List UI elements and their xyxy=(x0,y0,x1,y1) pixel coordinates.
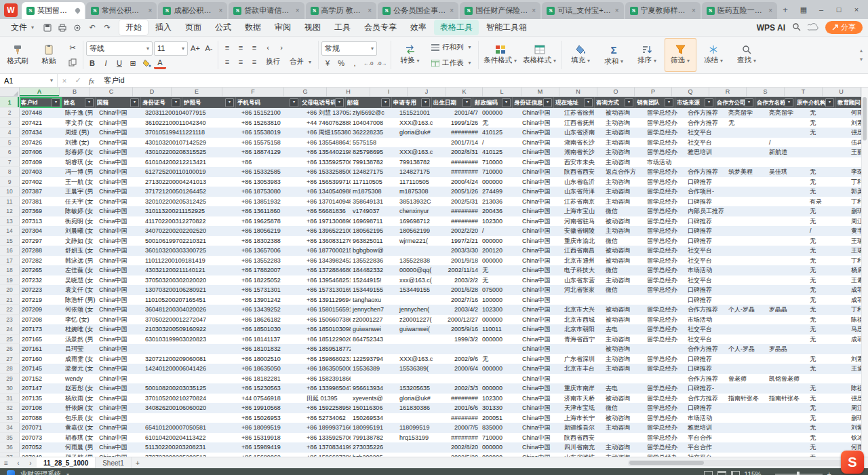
row-number[interactable]: 11 xyxy=(0,197,20,207)
menu-tab[interactable]: 视图 xyxy=(298,20,327,35)
cell[interactable] xyxy=(397,246,438,256)
cell[interactable]: 无 xyxy=(808,394,849,404)
cell[interactable]: 北京市丰台 xyxy=(562,364,604,374)
cell[interactable]: China中国 xyxy=(520,197,562,207)
paste-button[interactable]: 粘贴 xyxy=(34,38,64,72)
cell[interactable]: 207387 xyxy=(20,187,63,197)
cell[interactable]: China中国 xyxy=(97,147,143,157)
cell[interactable]: +86 刘慧 137052 xyxy=(304,108,351,118)
cell[interactable]: 王晨宇 (男 xyxy=(63,187,97,197)
cell[interactable]: 710000 xyxy=(480,157,520,168)
cell[interactable]: 835000 xyxy=(480,423,520,433)
column-header[interactable]: B xyxy=(60,88,90,96)
cell[interactable]: 口碑推荐 xyxy=(686,403,726,413)
cell[interactable]: 口碑推荐 xyxy=(686,226,726,236)
cell[interactable]: China中国 xyxy=(97,265,143,276)
cell[interactable]: 包乐辰 (女 xyxy=(63,413,97,423)
cell[interactable]: +86 13611860 xyxy=(239,206,304,216)
cell[interactable]: 社交平台 xyxy=(686,453,726,457)
cell[interactable]: China中国 xyxy=(97,344,143,354)
cell[interactable] xyxy=(767,403,808,413)
cell[interactable] xyxy=(351,374,397,384)
cell[interactable]: +86 1592258958 xyxy=(304,403,351,413)
column-header[interactable]: U xyxy=(823,88,861,96)
cell[interactable] xyxy=(480,344,520,354)
cell[interactable]: +86 1899937166 xyxy=(304,423,351,433)
cell[interactable] xyxy=(397,138,438,148)
row-number[interactable]: 33 xyxy=(0,413,20,423)
cell[interactable]: ######## xyxy=(438,128,480,138)
filter-header-cell[interactable]: 销售团队▾ xyxy=(635,97,675,108)
sum-button[interactable]: Σ 求和▾ xyxy=(598,38,630,72)
filter-dropdown-icon[interactable]: ▾ xyxy=(825,98,834,107)
cell[interactable]: 370503200302020020 xyxy=(143,276,185,286)
align-left-icon[interactable]: ≡ xyxy=(221,56,233,68)
cell[interactable]: 留学总经办 xyxy=(645,246,686,256)
cell[interactable]: China中国 xyxy=(97,187,143,197)
cell[interactable]: 主动咨询 xyxy=(604,177,645,187)
menu-tab[interactable]: 开始 xyxy=(119,20,148,35)
cell[interactable]: m1875308 xyxy=(351,187,397,197)
cell[interactable]: 留学总经办 xyxy=(645,442,686,453)
cell[interactable]: 207313 xyxy=(20,216,63,227)
row-number[interactable]: 25 xyxy=(0,335,20,345)
close-tab-icon[interactable]: × xyxy=(615,7,619,14)
cell[interactable] xyxy=(726,453,767,457)
cell[interactable]: 511302200203208231 xyxy=(143,442,185,453)
cell[interactable] xyxy=(726,177,767,187)
cell[interactable] xyxy=(726,276,767,286)
cell[interactable]: 无 xyxy=(808,433,849,443)
cell[interactable]: 陕西省西安 xyxy=(562,167,604,177)
row-number[interactable]: 14 xyxy=(0,226,20,236)
pin-icon[interactable] xyxy=(74,7,81,14)
cell[interactable] xyxy=(143,413,185,423)
cell[interactable]: 654101200007050581 xyxy=(143,423,185,433)
cell[interactable]: +86 13657006 xyxy=(239,246,304,256)
cell[interactable]: 301330 xyxy=(480,403,520,413)
close-tab-icon[interactable]: × xyxy=(692,7,696,14)
cell[interactable]: 山东省东营 xyxy=(562,276,604,286)
cell[interactable]: China中国 xyxy=(520,206,562,216)
name-box[interactable]: A1 ▾ xyxy=(0,74,58,87)
cell[interactable]: China中国 xyxy=(520,324,562,335)
cell[interactable] xyxy=(767,177,808,187)
cell[interactable]: China中国 xyxy=(97,138,143,148)
cell[interactable]: +86 1396522100 xyxy=(304,226,351,236)
cell[interactable]: China中国 xyxy=(97,354,143,364)
cell[interactable]: 000000 xyxy=(480,256,520,266)
cell[interactable]: 825798695 xyxy=(351,147,397,157)
cell[interactable]: +86 18182281 xyxy=(239,374,304,384)
filter-dropdown-icon[interactable]: ▾ xyxy=(52,98,60,107)
cell[interactable]: 207219 xyxy=(20,295,63,305)
row-number[interactable]: 21 xyxy=(0,295,20,305)
cell[interactable]: China中国 xyxy=(520,315,562,325)
cell[interactable] xyxy=(726,157,767,168)
cell[interactable]: 122593794 xyxy=(351,354,397,364)
conditional-format-button[interactable]: 条件格式▾ xyxy=(481,38,519,72)
close-tab-icon[interactable]: × xyxy=(149,7,153,14)
cell[interactable]: 衡宛明 (女 xyxy=(63,216,97,227)
cell[interactable]: ######## xyxy=(438,216,480,227)
cell[interactable]: 100000 xyxy=(480,295,520,305)
cell[interactable]: 117110505 xyxy=(351,177,397,187)
page-break-view-icon[interactable] xyxy=(731,471,740,475)
column-header[interactable]: F xyxy=(222,88,284,96)
cell[interactable]: 社交平台 xyxy=(686,246,726,256)
cell[interactable]: 000000 xyxy=(480,442,520,453)
next-sheet-icon[interactable]: › xyxy=(24,459,37,467)
cell[interactable]: 630103199903020823 xyxy=(143,335,185,345)
filter-header-cell[interactable]: 咨询方式▾ xyxy=(595,97,635,108)
cell[interactable]: 1999/1/26 xyxy=(438,118,480,128)
cell[interactable]: 吴佳琪 xyxy=(767,167,808,177)
cell[interactable]: 主动咨询 xyxy=(604,138,645,148)
cell[interactable] xyxy=(767,276,808,286)
cell[interactable]: China中国 xyxy=(520,295,562,305)
cancel-entry-icon[interactable]: × xyxy=(58,77,71,85)
previous-sheet-icon[interactable]: ‹ xyxy=(12,459,24,467)
column-header[interactable]: N xyxy=(559,88,597,96)
cell[interactable] xyxy=(726,335,767,345)
cell[interactable]: 无 xyxy=(808,256,849,266)
cell[interactable]: 38513932C xyxy=(397,197,438,207)
cell[interactable]: 罗晶晶 xyxy=(767,305,808,315)
system-label[interactable]: 业财管理系统 xyxy=(20,470,61,475)
